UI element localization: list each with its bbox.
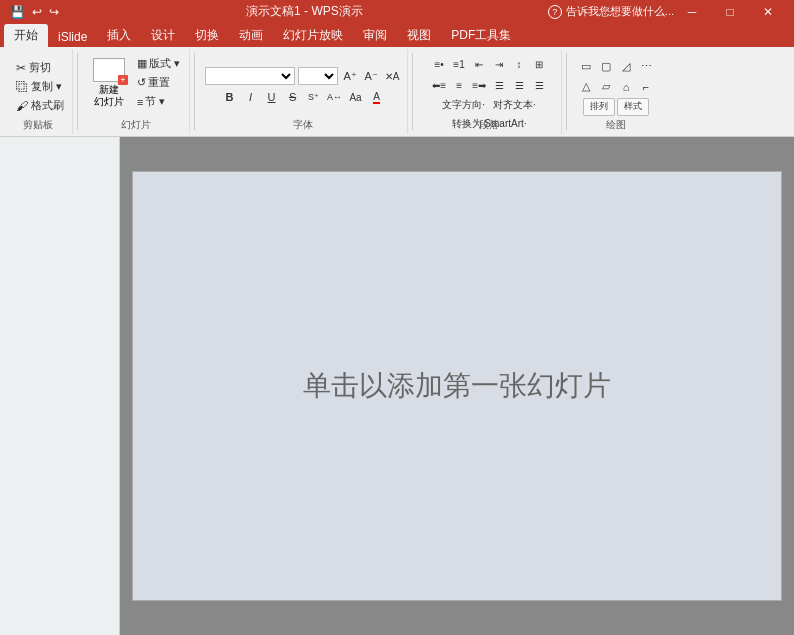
rect-shape-btn[interactable]: ▭ (577, 58, 595, 76)
increase-indent-btn[interactable]: ⇥ (490, 55, 508, 73)
section-label: 节 ▾ (145, 94, 165, 109)
more-shapes-btn[interactable]: ⋯ (637, 58, 655, 76)
tab-slideshow[interactable]: 幻灯片放映 (273, 24, 353, 47)
paragraph-group-label: 段落 (417, 118, 561, 132)
tab-transition[interactable]: 切换 (185, 24, 229, 47)
align-text-btn[interactable]: 对齐文本· (490, 97, 539, 113)
slide-panel (0, 137, 120, 635)
list-row: ≡• ≡1 ⇤ ⇥ ↕ ⊞ (430, 55, 548, 73)
undo-quick-btn[interactable]: ↩ (30, 5, 44, 19)
new-slide-button[interactable]: 新建幻灯片 (88, 55, 130, 111)
save-quick-btn[interactable]: 💾 (8, 5, 27, 19)
diagonal-btn[interactable]: ◿ (617, 58, 635, 76)
sep1 (77, 53, 78, 130)
font-style-row: B I U S S⁺ A↔ Aa A (221, 88, 386, 106)
align-center-btn[interactable]: ≡ (450, 76, 468, 94)
section-icon: ≡ (137, 96, 143, 108)
copy-icon: ⿻ (16, 80, 28, 94)
tab-animation[interactable]: 动画 (229, 24, 273, 47)
tab-review[interactable]: 审阅 (353, 24, 397, 47)
format-painter-label: 格式刷 (31, 98, 64, 113)
parallelogram-btn[interactable]: ▱ (597, 78, 615, 96)
bullet-list-btn[interactable]: ≡• (430, 55, 448, 73)
minimize-button[interactable]: ─ (674, 0, 710, 23)
char-spacing-button[interactable]: A↔ (326, 88, 344, 106)
arrange-btn[interactable]: 排列 (583, 98, 615, 116)
strikethrough-button[interactable]: S (284, 88, 302, 106)
copy-button[interactable]: ⿻ 复制 ▾ (14, 78, 64, 95)
clear-format-btn[interactable]: ✕A (383, 67, 401, 85)
text-direction-row: 文字方向· 对齐文本· (439, 97, 539, 113)
font-size-select[interactable] (298, 67, 338, 85)
cut-label: 剪切 (29, 60, 51, 75)
font-size-aa: Aa (349, 92, 361, 103)
tab-view[interactable]: 视图 (397, 24, 441, 47)
ribbon-toolbar: ✂ 剪切 ⿻ 复制 ▾ 🖌 格式刷 剪贴板 新建幻灯片 ▦ (0, 47, 794, 137)
slides-group: 新建幻灯片 ▦ 版式 ▾ ↺ 重置 ≡ 节 ▾ 幻灯片 (82, 49, 190, 134)
underline-button[interactable]: U (263, 88, 281, 106)
tab-islide[interactable]: iSlide (48, 27, 97, 47)
columns-btn[interactable]: ⊞ (530, 55, 548, 73)
triangle-btn[interactable]: △ (577, 78, 595, 96)
clipboard-group: ✂ 剪切 ⿻ 复制 ▾ 🖌 格式刷 剪贴板 (4, 49, 73, 134)
shape-row-2: △ ▱ ⌂ ⌐ (577, 78, 655, 96)
justify-btn[interactable]: ☰ (490, 76, 508, 94)
reset-label: 重置 (148, 75, 170, 90)
align-right-btn[interactable]: ≡➡ (470, 76, 488, 94)
number-list-btn[interactable]: ≡1 (450, 55, 468, 73)
tab-design[interactable]: 设计 (141, 24, 185, 47)
decrease-font-btn[interactable]: A⁻ (362, 67, 380, 85)
reset-button[interactable]: ↺ 重置 (134, 74, 183, 91)
align-left-btn[interactable]: ⬅≡ (430, 76, 448, 94)
main-area: 单击以添加第一张幻灯片 (0, 137, 794, 635)
cut-icon: ✂ (16, 61, 26, 75)
layout-button[interactable]: ▦ 版式 ▾ (134, 55, 183, 72)
help-text[interactable]: 告诉我您想要做什么... (566, 4, 674, 19)
font-group-label: 字体 (199, 118, 407, 132)
slide-canvas[interactable]: 单击以添加第一张幻灯片 (132, 171, 782, 601)
shadow-button[interactable]: S⁺ (305, 88, 323, 106)
justify-right-btn[interactable]: ☰ (510, 76, 528, 94)
title-left: 💾 ↩ ↪ (8, 5, 61, 19)
tab-insert[interactable]: 插入 (97, 24, 141, 47)
round-rect-btn[interactable]: ▢ (597, 58, 615, 76)
justify-distribute-btn[interactable]: ☰ (530, 76, 548, 94)
help-area[interactable]: ? 告诉我您想要做什么... (548, 4, 674, 19)
trapezoid-btn[interactable]: ⌂ (617, 78, 635, 96)
l-shape-btn[interactable]: ⌐ (637, 78, 655, 96)
cut-button[interactable]: ✂ 剪切 (14, 59, 53, 76)
sep2 (194, 53, 195, 130)
redo-quick-btn[interactable]: ↪ (47, 5, 61, 19)
decrease-indent-btn[interactable]: ⇤ (470, 55, 488, 73)
section-button[interactable]: ≡ 节 ▾ (134, 93, 183, 110)
font-color-icon: A (373, 91, 380, 104)
window-title: 演示文稿1 - WPS演示 (61, 3, 548, 20)
format-painter-icon: 🖌 (16, 99, 28, 113)
text-direction-btn[interactable]: 文字方向· (439, 97, 488, 113)
shape-row-3: 排列 样式 (583, 98, 649, 116)
quick-style-btn[interactable]: 样式 (617, 98, 649, 116)
line-spacing-btn[interactable]: ↕ (510, 55, 528, 73)
font-name-select[interactable] (205, 67, 295, 85)
font-color-button[interactable]: A (368, 88, 386, 106)
canvas-area: 单击以添加第一张幻灯片 (120, 137, 794, 635)
window-controls: ─ □ ✕ (674, 0, 786, 23)
maximize-button[interactable]: □ (712, 0, 748, 23)
italic-button[interactable]: I (242, 88, 260, 106)
layout-icon: ▦ (137, 57, 147, 70)
increase-font-btn[interactable]: A⁺ (341, 67, 359, 85)
reset-icon: ↺ (137, 76, 146, 89)
format-painter-button[interactable]: 🖌 格式刷 (14, 97, 66, 114)
bold-button[interactable]: B (221, 88, 239, 106)
clipboard-group-label: 剪贴板 (4, 118, 72, 132)
new-slide-label: 新建幻灯片 (94, 84, 124, 108)
drawing-group: ▭ ▢ ◿ ⋯ △ ▱ ⌂ ⌐ 排列 样式 绘图 (571, 49, 661, 134)
paragraph-group: ≡• ≡1 ⇤ ⇥ ↕ ⊞ ⬅≡ ≡ ≡➡ ☰ ☰ ☰ 文字方向· 对齐文本· … (417, 49, 562, 134)
tab-home[interactable]: 开始 (4, 24, 48, 47)
sep4 (566, 53, 567, 130)
close-button[interactable]: ✕ (750, 0, 786, 23)
shape-row-1: ▭ ▢ ◿ ⋯ (577, 58, 655, 76)
tab-pdf[interactable]: PDF工具集 (441, 24, 521, 47)
slides-group-label: 幻灯片 (82, 118, 189, 132)
layout-label: 版式 ▾ (149, 56, 180, 71)
